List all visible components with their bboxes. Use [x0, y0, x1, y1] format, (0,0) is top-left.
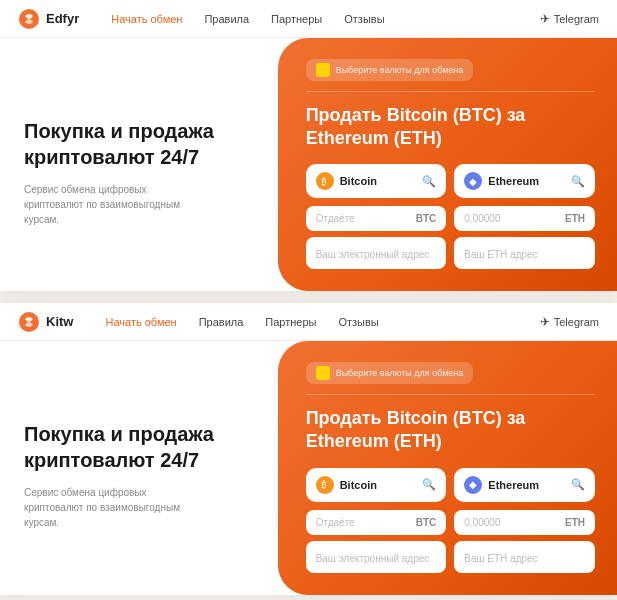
- nav-links-1: Начать обмен Правила Партнеры Отзывы: [111, 13, 516, 25]
- address-row-2: Ваш электронный адрес Ваш ETH адрес: [306, 541, 595, 573]
- nav-start-2[interactable]: Начать обмен: [105, 316, 176, 328]
- logo-icon-2: [18, 311, 40, 333]
- from-amount-field-1[interactable]: Отдаёте BTC: [306, 206, 447, 231]
- email-placeholder-1: Ваш электронный адрес: [316, 249, 430, 260]
- widget-label-1: ⚡ Выберите валюты для обмена: [306, 59, 474, 81]
- nav-rules-2[interactable]: Правила: [199, 316, 244, 328]
- nav-partners-1[interactable]: Партнеры: [271, 13, 322, 25]
- amount-row-1: Отдаёте BTC 0.00000 ETH: [306, 206, 595, 231]
- widget-title-2: Продать Bitcoin (BTC) за Ethereum (ETH): [306, 407, 595, 454]
- eth-address-field-2[interactable]: Ваш ETH адрес: [454, 541, 595, 573]
- hero-left-2: Покупка и продажа криптовалют 24/7 Серви…: [0, 341, 278, 594]
- to-value-2: 0.00000: [464, 517, 500, 528]
- from-amount-field-2[interactable]: Отдаёте BTC: [306, 510, 447, 535]
- search-icon-from-1[interactable]: 🔍: [422, 174, 436, 188]
- nav-telegram-1[interactable]: ✈ Telegram: [540, 12, 599, 26]
- widget-label-text-2: Выберите валюты для обмена: [336, 368, 464, 378]
- site-card-2: Kitw Начать обмен Правила Партнеры Отзыв…: [0, 303, 617, 594]
- to-code-2: ETH: [565, 517, 585, 528]
- nav-reviews-1[interactable]: Отзывы: [344, 13, 384, 25]
- label-icon-2: ⚡: [316, 366, 330, 380]
- currency-row-1: ₿ Bitcoin 🔍 ◆ Ethereum 🔍: [306, 164, 595, 198]
- eth-address-placeholder-2: Ваш ETH адрес: [464, 553, 537, 564]
- to-currency-1[interactable]: ◆ Ethereum 🔍: [454, 164, 595, 198]
- from-currency-2[interactable]: ₿ Bitcoin 🔍: [306, 468, 447, 502]
- logo-icon-1: [18, 8, 40, 30]
- email-placeholder-2: Ваш электронный адрес: [316, 553, 430, 564]
- hero-right-1: ⚡ Выберите валюты для обмена Продать Bit…: [278, 38, 617, 291]
- hero-title-1: Покупка и продажа криптовалют 24/7: [24, 118, 254, 170]
- widget-label-2: ⚡ Выберите валюты для обмена: [306, 362, 474, 384]
- from-code-2: BTC: [416, 517, 437, 528]
- from-currency-name-1: Bitcoin: [340, 175, 417, 187]
- address-row-1: Ваш электронный адрес Ваш ETH адрес: [306, 237, 595, 269]
- site-card-1: Edfyr Начать обмен Правила Партнеры Отзы…: [0, 0, 617, 291]
- divider-1: [306, 91, 595, 92]
- logo-text-1: Edfyr: [46, 11, 79, 26]
- from-currency-1[interactable]: ₿ Bitcoin 🔍: [306, 164, 447, 198]
- to-amount-field-1[interactable]: 0.00000 ETH: [454, 206, 595, 231]
- telegram-icon-1: ✈: [540, 12, 550, 26]
- hero-right-2: ⚡ Выберите валюты для обмена Продать Bit…: [278, 341, 617, 594]
- nav-links-2: Начать обмен Правила Партнеры Отзывы: [105, 316, 515, 328]
- search-icon-from-2[interactable]: 🔍: [422, 478, 436, 492]
- hero-left-1: Покупка и продажа криптовалют 24/7 Серви…: [0, 38, 278, 291]
- from-code-1: BTC: [416, 213, 437, 224]
- hero-desc-2: Сервис обмена цифровых криптовалют по вз…: [24, 485, 184, 530]
- search-icon-to-1[interactable]: 🔍: [571, 174, 585, 188]
- to-code-1: ETH: [565, 213, 585, 224]
- currency-row-2: ₿ Bitcoin 🔍 ◆ Ethereum 🔍: [306, 468, 595, 502]
- widget-label-text-1: Выберите валюты для обмена: [336, 65, 464, 75]
- search-icon-to-2[interactable]: 🔍: [571, 478, 585, 492]
- hero-2: Покупка и продажа криптовалют 24/7 Серви…: [0, 341, 617, 594]
- to-currency-name-2: Ethereum: [488, 479, 565, 491]
- btc-icon-1: ₿: [316, 172, 334, 190]
- navbar-1: Edfyr Начать обмен Правила Партнеры Отзы…: [0, 0, 617, 38]
- nav-partners-2[interactable]: Партнеры: [265, 316, 316, 328]
- amount-row-2: Отдаёте BTC 0.00000 ETH: [306, 510, 595, 535]
- from-placeholder-2: Отдаёте: [316, 517, 355, 528]
- telegram-icon-2: ✈: [540, 315, 550, 329]
- hero-1: Покупка и продажа криптовалют 24/7 Серви…: [0, 38, 617, 291]
- nav-telegram-2[interactable]: ✈ Telegram: [540, 315, 599, 329]
- telegram-label-2: Telegram: [554, 316, 599, 328]
- to-currency-name-1: Ethereum: [488, 175, 565, 187]
- to-value-1: 0.00000: [464, 213, 500, 224]
- btc-icon-2: ₿: [316, 476, 334, 494]
- logo-1[interactable]: Edfyr: [18, 8, 79, 30]
- label-icon-1: ⚡: [316, 63, 330, 77]
- telegram-label-1: Telegram: [554, 13, 599, 25]
- eth-address-field-1[interactable]: Ваш ETH адрес: [454, 237, 595, 269]
- logo-2[interactable]: Kitw: [18, 311, 73, 333]
- navbar-2: Kitw Начать обмен Правила Партнеры Отзыв…: [0, 303, 617, 341]
- divider-2: [306, 394, 595, 395]
- eth-icon-2: ◆: [464, 476, 482, 494]
- from-placeholder-1: Отдаёте: [316, 213, 355, 224]
- hero-desc-1: Сервис обмена цифровых криптовалют по вз…: [24, 182, 184, 227]
- eth-icon-1: ◆: [464, 172, 482, 190]
- to-currency-2[interactable]: ◆ Ethereum 🔍: [454, 468, 595, 502]
- to-amount-field-2[interactable]: 0.00000 ETH: [454, 510, 595, 535]
- eth-address-placeholder-1: Ваш ETH адрес: [464, 249, 537, 260]
- email-field-2[interactable]: Ваш электронный адрес: [306, 541, 447, 573]
- from-currency-name-2: Bitcoin: [340, 479, 417, 491]
- logo-text-2: Kitw: [46, 314, 73, 329]
- email-field-1[interactable]: Ваш электронный адрес: [306, 237, 447, 269]
- nav-start-1[interactable]: Начать обмен: [111, 13, 182, 25]
- nav-reviews-2[interactable]: Отзывы: [338, 316, 378, 328]
- hero-title-2: Покупка и продажа криптовалют 24/7: [24, 421, 254, 473]
- nav-rules-1[interactable]: Правила: [204, 13, 249, 25]
- widget-title-1: Продать Bitcoin (BTC) за Ethereum (ETH): [306, 104, 595, 151]
